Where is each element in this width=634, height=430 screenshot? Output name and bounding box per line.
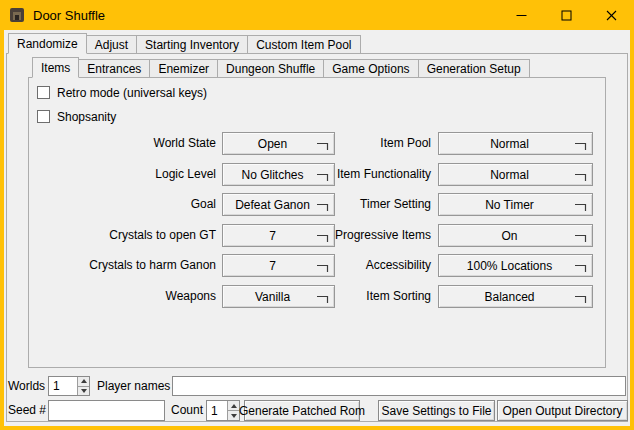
open-output-directory-button[interactable]: Open Output Directory [497,400,628,421]
maximize-icon [561,10,572,21]
item-functionality-label: Item Functionality [239,163,431,186]
worlds-stepper-arrows [77,377,89,395]
count-stepper[interactable] [206,400,240,421]
titlebar[interactable]: Door Shuffle [0,0,634,30]
dropdown-indicator-icon [574,170,587,182]
world-state-label: World State [31,132,216,155]
arrow-down-icon [231,414,237,418]
tab-starting-inventory[interactable]: Starting Inventory [136,35,248,54]
retro-mode-checkbox[interactable]: Retro mode (universal keys) [37,84,207,101]
tab-dungeon-shuffle[interactable]: Dungeon Shuffle [217,59,324,78]
progressive-items-label: Progressive Items [239,224,431,247]
tab-adjust[interactable]: Adjust [86,35,137,54]
count-label: Count [171,400,203,421]
shopsanity-checkbox-label: Shopsanity [57,110,116,124]
count-stepper-arrows [227,401,239,420]
arrow-up-icon [81,379,87,383]
weapons-label: Weapons [31,285,216,308]
crystals-harm-ganon-label: Crystals to harm Ganon [31,254,216,277]
tab-custom-item-pool[interactable]: Custom Item Pool [247,35,360,54]
accessibility-dropdown[interactable]: 100% Locations [438,254,593,277]
dropdown-indicator-icon [574,261,587,273]
count-up-button[interactable] [228,401,239,410]
minimize-icon [516,10,527,21]
goal-label: Goal [31,193,216,216]
timer-setting-label: Timer Setting [239,193,431,216]
worlds-up-button[interactable] [78,377,89,386]
generate-patched-rom-button[interactable]: Generate Patched Rom [244,400,360,421]
save-settings-button[interactable]: Save Settings to File [378,400,495,421]
tab-entrances[interactable]: Entrances [78,59,150,78]
window-controls [499,0,634,30]
window-title: Door Shuffle [33,8,105,23]
timer-setting-value: No Timer [485,198,546,212]
arrow-up-icon [231,404,237,408]
accessibility-label: Accessibility [239,254,431,277]
dropdown-indicator-icon [574,200,587,212]
count-input[interactable] [208,401,225,420]
arrow-down-icon [81,389,87,393]
worlds-label: Worlds [8,376,45,396]
dropdown-indicator-icon [574,139,587,151]
dropdown-indicator-icon [574,292,587,304]
close-icon [606,10,617,21]
player-names-label: Player names [97,376,170,396]
logic-level-label: Logic Level [31,163,216,186]
item-functionality-value: Normal [490,168,541,182]
shopsanity-checkbox-box[interactable] [37,110,50,123]
minimize-button[interactable] [499,0,544,30]
tab-game-options[interactable]: Game Options [323,59,418,78]
retro-mode-checkbox-box[interactable] [37,86,50,99]
item-pool-value: Normal [490,137,541,151]
accessibility-value: 100% Locations [467,259,564,273]
progressive-items-value: On [501,229,529,243]
maximize-button[interactable] [544,0,589,30]
dropdown-indicator-icon [574,231,587,243]
retro-mode-checkbox-label: Retro mode (universal keys) [57,86,207,100]
progressive-items-dropdown[interactable]: On [438,224,593,247]
tab-randomize[interactable]: Randomize [8,33,87,54]
tab-generation-setup[interactable]: Generation Setup [418,59,530,78]
close-button[interactable] [589,0,634,30]
window-content: Randomize Adjust Starting Inventory Cust… [4,30,630,426]
sub-tab-bar: Items Entrances Enemizer Dungeon Shuffle… [32,57,530,78]
worlds-stepper[interactable] [48,376,90,396]
item-pool-dropdown[interactable]: Normal [438,132,593,155]
tab-enemizer[interactable]: Enemizer [149,59,218,78]
item-sorting-dropdown[interactable]: Balanced [438,285,593,308]
item-functionality-dropdown[interactable]: Normal [438,163,593,186]
worlds-down-button[interactable] [78,386,89,396]
app-icon[interactable] [9,7,25,23]
items-pane: Retro mode (universal keys) Shopsanity W… [28,77,606,368]
player-names-input[interactable] [172,376,626,396]
item-pool-label: Item Pool [239,132,431,155]
door-shuffle-window: Door Shuffle Randomize Adjust Starting I… [0,0,634,430]
worlds-input[interactable] [50,377,75,395]
timer-setting-dropdown[interactable]: No Timer [438,193,593,216]
main-tab-bar: Randomize Adjust Starting Inventory Cust… [8,33,361,54]
shopsanity-checkbox[interactable]: Shopsanity [37,108,116,125]
seed-label: Seed # [8,400,46,421]
tab-items[interactable]: Items [32,57,79,78]
item-sorting-label: Item Sorting [239,285,431,308]
crystals-open-gt-label: Crystals to open GT [31,224,216,247]
item-sorting-value: Balanced [484,290,546,304]
seed-input[interactable] [48,400,165,421]
count-down-button[interactable] [228,410,239,420]
